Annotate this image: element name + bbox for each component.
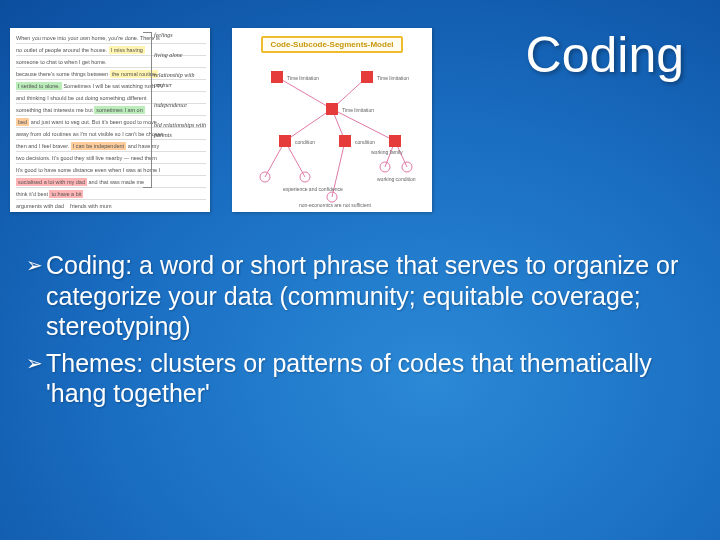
svg-rect-12: [361, 71, 373, 83]
note-3: relationship with partner: [154, 70, 208, 90]
svg-rect-20: [389, 135, 401, 147]
bullet-text: Themes: clusters or patterns of codes th…: [46, 348, 690, 409]
svg-text:Time limitation: Time limitation: [377, 75, 409, 81]
note-4: independence: [154, 100, 208, 110]
svg-text:Time limitation: Time limitation: [287, 75, 319, 81]
svg-text:condition: condition: [295, 139, 315, 145]
figure-coded-text: When you move into your own home, you're…: [10, 28, 210, 212]
svg-rect-18: [339, 135, 351, 147]
svg-line-0: [277, 77, 332, 109]
svg-rect-10: [271, 71, 283, 83]
bullet-arrow-icon: ➢: [26, 250, 46, 342]
model-label: Code-Subcode-Segments-Model: [261, 36, 403, 53]
note-5: old relationships with parents: [154, 120, 208, 140]
figure-row: When you move into your own home, you're…: [10, 28, 432, 212]
note-1: feelings: [154, 30, 208, 40]
bullet-text: Coding: a word or short phrase that serv…: [46, 250, 690, 342]
bullet-lead: Themes:: [46, 349, 143, 377]
note-2: living alone: [154, 50, 208, 60]
svg-line-2: [285, 109, 332, 141]
svg-text:non-economics are not sufficie: non-economics are not sufficient: [299, 202, 372, 208]
svg-text:condition: condition: [355, 139, 375, 145]
svg-rect-16: [279, 135, 291, 147]
bullet-arrow-icon: ➢: [26, 348, 46, 409]
model-diagram: Time limitation Time limitation Time lim…: [237, 59, 427, 209]
slide-title: Coding: [526, 26, 684, 84]
bullet-item: ➢ Themes: clusters or patterns of codes …: [26, 348, 690, 409]
svg-text:working family: working family: [371, 149, 403, 155]
svg-text:working condition: working condition: [377, 176, 416, 182]
svg-text:experience and confidence: experience and confidence: [283, 186, 343, 192]
bullet-item: ➢ Coding: a word or short phrase that se…: [26, 250, 690, 342]
slide-body: ➢ Coding: a word or short phrase that se…: [26, 250, 690, 415]
svg-rect-14: [326, 103, 338, 115]
figure-code-model: Code-Subcode-Segments-Model Time limitat…: [232, 28, 432, 212]
margin-notes: feelings living alone relationship with …: [154, 30, 208, 150]
bullet-rest: a word or short phrase that serves to or…: [46, 251, 678, 340]
svg-text:Time limitation: Time limitation: [342, 107, 374, 113]
bullet-lead: Coding:: [46, 251, 132, 279]
